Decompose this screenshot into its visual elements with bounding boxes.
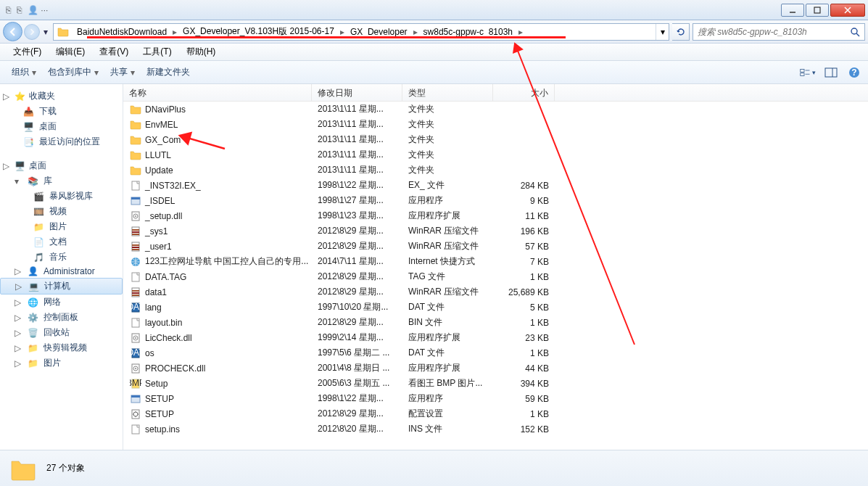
back-button[interactable] bbox=[3, 22, 22, 41]
item-icon: 📄 bbox=[32, 237, 45, 247]
file-name: GX_Com bbox=[145, 135, 181, 145]
sidebar-item[interactable]: 🎞️视频 bbox=[0, 204, 123, 219]
close-button[interactable] bbox=[830, 4, 865, 17]
file-icon bbox=[129, 255, 142, 268]
organize-button[interactable]: 组织▾ bbox=[6, 63, 42, 81]
file-row[interactable]: DATA.TAG2012\8\29 星期...TAG 文件1 KB bbox=[123, 269, 868, 284]
file-icon bbox=[129, 194, 142, 207]
sidebar-item[interactable]: ▷🗑️回收站 bbox=[0, 325, 123, 340]
file-row[interactable]: setup.ins2012\8\20 星期...INS 文件152 KB bbox=[123, 421, 868, 437]
file-row[interactable]: LLUTL2013\1\11 星期...文件夹 bbox=[123, 147, 868, 162]
file-name: DNaviPlus bbox=[145, 104, 186, 115]
item-icon: 🎞️ bbox=[32, 207, 45, 217]
history-dropdown[interactable]: ▾ bbox=[41, 27, 50, 37]
sidebar-item[interactable]: ▾📚库 bbox=[0, 173, 123, 189]
help-button[interactable]: ? bbox=[846, 66, 862, 79]
file-row[interactable]: 123工控网址导航 中国工控人自己的专用...2014\7\11 星期...In… bbox=[123, 254, 868, 269]
file-icon bbox=[129, 118, 142, 131]
menu-edit[interactable]: 编辑(E) bbox=[49, 46, 92, 58]
file-date: 2013\1\11 星期... bbox=[312, 133, 402, 147]
new-folder-button[interactable]: 新建文件夹 bbox=[141, 63, 196, 81]
header-type[interactable]: 类型 bbox=[402, 84, 493, 101]
svg-rect-10 bbox=[825, 68, 837, 77]
sidebar-item[interactable]: ▷💻计算机 bbox=[0, 278, 123, 295]
file-icon bbox=[129, 271, 142, 284]
desktop-header[interactable]: ▷🖥️桌面 bbox=[0, 158, 123, 173]
address-dropdown[interactable]: ▾ bbox=[656, 24, 669, 40]
file-icon bbox=[129, 362, 142, 375]
menu-help[interactable]: 帮助(H) bbox=[179, 46, 223, 58]
header-date[interactable]: 修改日期 bbox=[312, 84, 402, 101]
toolbar: 组织▾ 包含到库中▾ 共享▾ 新建文件夹 ▾ ? bbox=[0, 61, 868, 84]
sidebar-item[interactable]: ▷⚙️控制面板 bbox=[0, 310, 123, 325]
svg-rect-6 bbox=[801, 69, 804, 72]
file-row[interactable]: _user12012\8\29 星期...WinRAR 压缩文件57 KB bbox=[123, 239, 868, 254]
share-button[interactable]: 共享▾ bbox=[104, 63, 141, 81]
file-icon bbox=[129, 423, 142, 436]
file-row[interactable]: _setup.dll1998\1\23 星期...应用程序扩展11 KB bbox=[123, 208, 868, 223]
sidebar-item[interactable]: 🎵音乐 bbox=[0, 250, 123, 265]
file-row[interactable]: layout.bin2012\8\29 星期...BIN 文件1 KB bbox=[123, 315, 868, 330]
file-row[interactable]: _INST32I.EX_1998\1\22 星期...EX_ 文件284 KB bbox=[123, 178, 868, 193]
file-icon: DAT bbox=[129, 301, 142, 314]
menu-view[interactable]: 查看(V) bbox=[92, 46, 136, 58]
header-name[interactable]: 名称 bbox=[123, 84, 312, 101]
file-date: 2005\6\3 星期五 ... bbox=[312, 376, 402, 390]
file-row[interactable]: data12012\8\29 星期...WinRAR 压缩文件25,689 KB bbox=[123, 284, 868, 300]
forward-button[interactable] bbox=[24, 24, 40, 40]
view-options-button[interactable]: ▾ bbox=[800, 66, 816, 79]
chevron-right-icon[interactable]: ▸ bbox=[517, 27, 524, 37]
svg-rect-33 bbox=[132, 295, 139, 296]
menu-file[interactable]: 文件(F) bbox=[6, 46, 49, 58]
favorites-header[interactable]: ▷⭐收藏夹 bbox=[0, 88, 123, 104]
file-row[interactable]: DNaviPlus2013\1\11 星期...文件夹 bbox=[123, 102, 868, 117]
file-size: 9 KB bbox=[493, 195, 555, 207]
file-size bbox=[493, 109, 555, 110]
menu-bar: 文件(F) 编辑(E) 查看(V) 工具(T) 帮助(H) bbox=[0, 44, 868, 61]
file-row[interactable]: SETUP1998\1\22 星期...应用程序59 KB bbox=[123, 391, 868, 406]
file-row[interactable]: EnvMEL2013\1\11 星期...文件夹 bbox=[123, 117, 868, 132]
file-size bbox=[493, 139, 555, 141]
minimize-button[interactable] bbox=[781, 4, 804, 17]
sidebar-item[interactable]: 🎬暴风影视库 bbox=[0, 189, 123, 204]
item-icon: 📁 bbox=[32, 222, 45, 232]
file-row[interactable]: _ISDEL1998\1\27 星期...应用程序9 KB bbox=[123, 193, 868, 208]
file-icon bbox=[129, 392, 142, 405]
include-library-button[interactable]: 包含到库中▾ bbox=[42, 63, 104, 81]
header-size[interactable]: 大小 bbox=[493, 84, 555, 101]
sidebar-item[interactable]: ▷🌐网络 bbox=[0, 295, 123, 310]
svg-line-3 bbox=[856, 33, 859, 36]
sidebar-item[interactable]: ▷📁快剪辑视频 bbox=[0, 340, 123, 355]
file-row[interactable]: DATlang1997\10\20 星期...DAT 文件5 KB bbox=[123, 300, 868, 315]
menu-tools[interactable]: 工具(T) bbox=[136, 46, 178, 58]
sidebar-item[interactable]: ▷👤Administrator bbox=[0, 265, 123, 278]
chevron-right-icon[interactable]: ▸ bbox=[171, 27, 178, 37]
file-size: 11 KB bbox=[493, 210, 555, 222]
sidebar-item[interactable]: ▷📁图片 bbox=[0, 355, 123, 371]
sidebar-item-recent[interactable]: 📑最近访问的位置 bbox=[0, 134, 123, 149]
file-row[interactable]: PROCHECK.dll2001\4\8 星期日 ...应用程序扩展44 KB bbox=[123, 361, 868, 376]
sidebar-item-downloads[interactable]: 📥下载 bbox=[0, 104, 123, 119]
file-row[interactable]: SETUP2012\8\29 星期...配置设置1 KB bbox=[123, 406, 868, 421]
file-row[interactable]: LicCheck.dll1999\2\14 星期...应用程序扩展23 KB bbox=[123, 330, 868, 345]
sidebar-item[interactable]: 📄文档 bbox=[0, 234, 123, 250]
expand-icon: ▾ bbox=[15, 176, 22, 186]
file-row[interactable]: Update2013\1\11 星期...文件夹 bbox=[123, 162, 868, 178]
chevron-right-icon[interactable]: ▸ bbox=[339, 27, 346, 37]
preview-pane-button[interactable] bbox=[823, 66, 839, 79]
file-row[interactable]: BMPSetup2005\6\3 星期五 ...看图王 BMP 图片...394… bbox=[123, 376, 868, 391]
maximize-button[interactable] bbox=[806, 4, 829, 17]
file-name: data1 bbox=[145, 287, 167, 297]
file-row[interactable]: _sys12012\8\29 星期...WinRAR 压缩文件196 KB bbox=[123, 223, 868, 239]
sidebar-item-desktop[interactable]: 🖥️桌面 bbox=[0, 119, 123, 134]
file-size bbox=[493, 155, 555, 156]
search-box[interactable] bbox=[693, 23, 865, 41]
sidebar-item[interactable]: 📁图片 bbox=[0, 219, 123, 234]
file-row[interactable]: GX_Com2013\1\11 星期...文件夹 bbox=[123, 132, 868, 147]
item-icon: 💻 bbox=[27, 281, 40, 292]
chevron-right-icon[interactable]: ▸ bbox=[412, 27, 419, 37]
file-row[interactable]: DATos1997\5\6 星期二 ...DAT 文件1 KB bbox=[123, 345, 868, 361]
search-input[interactable] bbox=[698, 27, 850, 37]
refresh-button[interactable] bbox=[672, 23, 690, 41]
file-name: SETUP bbox=[145, 394, 174, 404]
